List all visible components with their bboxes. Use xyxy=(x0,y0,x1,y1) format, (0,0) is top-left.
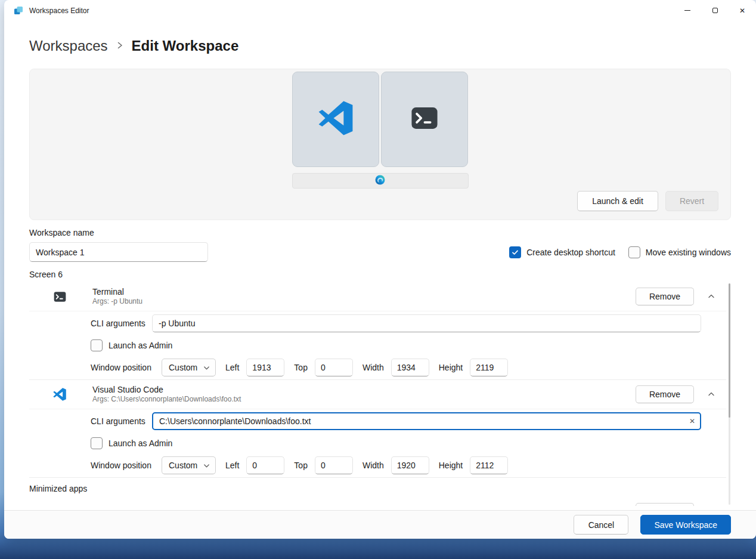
checkbox-unchecked-icon xyxy=(628,246,640,258)
breadcrumb-workspaces[interactable]: Workspaces xyxy=(29,38,108,54)
vertical-scrollbar[interactable] xyxy=(729,283,730,505)
save-workspace-button[interactable]: Save Workspace xyxy=(640,515,731,535)
app-header-vscode: Visual Studio Code Args: C:\Users\connor… xyxy=(29,380,726,409)
app-args-summary: Args: C:\Users\connorplante\Downloads\fo… xyxy=(92,395,241,404)
minimized-apps-label: Minimized apps xyxy=(29,484,731,493)
move-existing-windows-checkbox[interactable]: Move existing windows xyxy=(628,246,731,258)
chevron-down-icon xyxy=(203,462,210,469)
workspaces-editor-window: Workspaces Editor ✕ Workspaces Edit Work… xyxy=(4,0,756,539)
app-header-terminal: Terminal Args: -p Ubuntu Remove xyxy=(29,282,726,311)
top-label: Top xyxy=(294,461,308,470)
app-name: Terminal xyxy=(92,287,142,297)
app-card-terminal: Terminal Args: -p Ubuntu Remove CLI argu… xyxy=(29,282,726,380)
window-position-label: Window position xyxy=(91,461,162,470)
minimize-button[interactable] xyxy=(674,0,701,21)
cli-arguments-input[interactable] xyxy=(152,412,701,430)
width-label: Width xyxy=(362,461,384,470)
footer-bar: Cancel Save Workspace xyxy=(4,510,756,539)
vscode-icon xyxy=(318,101,353,138)
top-input[interactable] xyxy=(315,359,353,376)
cli-arguments-label: CLI arguments xyxy=(91,416,152,426)
window-title: Workspaces Editor xyxy=(29,7,89,15)
move-existing-windows-label: Move existing windows xyxy=(646,248,731,257)
app-card-vscode: Visual Studio Code Args: C:\Users\connor… xyxy=(29,380,726,478)
top-input[interactable] xyxy=(315,456,353,474)
app-list: Terminal Args: -p Ubuntu Remove CLI argu… xyxy=(29,282,731,506)
page-title: Edit Workspace xyxy=(132,38,239,54)
preview-monitor xyxy=(30,72,730,167)
width-input[interactable] xyxy=(391,456,429,474)
cli-arguments-input[interactable] xyxy=(152,314,701,332)
scrollbar-thumb[interactable] xyxy=(729,283,730,418)
maximize-icon xyxy=(712,8,718,13)
title-bar: Workspaces Editor ✕ xyxy=(4,0,756,21)
create-desktop-shortcut-checkbox[interactable]: Create desktop shortcut xyxy=(509,246,615,258)
collapse-expander-button[interactable] xyxy=(702,385,720,403)
window-position-select[interactable]: Custom xyxy=(162,456,216,474)
vscode-icon xyxy=(53,388,66,401)
create-desktop-shortcut-label: Create desktop shortcut xyxy=(526,248,615,257)
launch-as-admin-label: Launch as Admin xyxy=(109,341,172,350)
terminal-icon xyxy=(53,290,66,303)
remove-button[interactable]: Remove xyxy=(636,288,694,305)
preview-window-vscode[interactable] xyxy=(292,72,379,167)
window-position-select[interactable]: Custom xyxy=(162,359,216,376)
chevron-up-icon xyxy=(708,293,715,300)
collapse-expander-button[interactable] xyxy=(702,288,720,305)
checkbox-unchecked-icon xyxy=(91,437,103,449)
preview-window-terminal[interactable] xyxy=(381,72,468,167)
edge-icon xyxy=(53,505,66,506)
main-content: Workspaces Edit Workspace xyxy=(4,21,756,510)
window-position-label: Window position xyxy=(91,363,162,372)
height-label: Height xyxy=(439,363,463,372)
chevron-right-icon xyxy=(116,41,123,52)
minimize-icon xyxy=(684,10,690,11)
width-label: Width xyxy=(362,363,384,372)
remove-button[interactable]: Remove xyxy=(636,385,694,403)
workspace-name-input[interactable] xyxy=(29,242,208,262)
left-label: Left xyxy=(225,363,239,372)
preview-taskbar xyxy=(292,173,469,189)
checkbox-checked-icon xyxy=(509,246,521,258)
app-args-summary: Args: -p Ubuntu xyxy=(92,297,142,306)
window-position-value: Custom xyxy=(169,363,197,372)
left-input[interactable] xyxy=(246,359,284,376)
cli-arguments-label: CLI arguments xyxy=(91,319,152,328)
screen-section-label: Screen 6 xyxy=(29,270,731,279)
close-button[interactable]: ✕ xyxy=(729,0,756,21)
left-label: Left xyxy=(225,461,239,470)
left-input[interactable] xyxy=(246,456,284,474)
width-input[interactable] xyxy=(391,359,429,376)
app-name: Visual Studio Code xyxy=(92,385,241,395)
cancel-button[interactable]: Cancel xyxy=(574,515,628,535)
expand-expander-button[interactable] xyxy=(702,503,720,506)
edge-icon xyxy=(375,175,385,187)
app-header-edge: Microsoft Edge Remove xyxy=(29,498,726,506)
launch-as-admin-checkbox[interactable]: Launch as Admin xyxy=(91,339,726,351)
maximize-button[interactable] xyxy=(701,0,729,21)
chevron-up-icon xyxy=(708,391,715,398)
revert-button[interactable]: Revert xyxy=(665,191,718,211)
height-input[interactable] xyxy=(470,456,508,474)
breadcrumb: Workspaces Edit Workspace xyxy=(29,36,731,55)
workspaces-app-icon xyxy=(14,6,23,16)
clear-input-icon[interactable]: ✕ xyxy=(689,417,695,425)
launch-as-admin-checkbox[interactable]: Launch as Admin xyxy=(91,437,726,449)
workspace-name-label: Workspace name xyxy=(29,228,731,237)
launch-and-edit-button[interactable]: Launch & edit xyxy=(577,191,658,211)
workspace-preview-panel: Launch & edit Revert xyxy=(29,69,731,220)
chevron-down-icon xyxy=(203,365,210,371)
height-label: Height xyxy=(439,461,463,470)
checkbox-unchecked-icon xyxy=(91,339,103,351)
top-label: Top xyxy=(294,363,308,372)
terminal-icon xyxy=(411,104,438,134)
launch-as-admin-label: Launch as Admin xyxy=(109,438,172,448)
window-position-value: Custom xyxy=(169,461,197,470)
height-input[interactable] xyxy=(470,359,508,376)
remove-button[interactable]: Remove xyxy=(636,503,694,506)
app-card-edge: Microsoft Edge Remove xyxy=(29,498,726,506)
